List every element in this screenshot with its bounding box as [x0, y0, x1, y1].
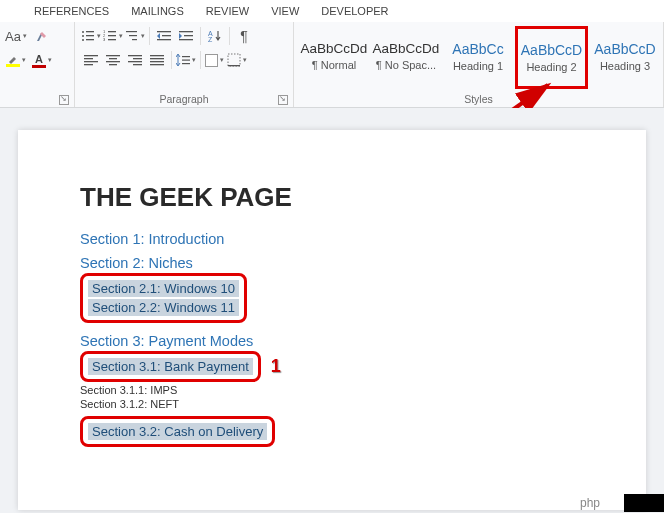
multilevel-list-button[interactable] [124, 25, 146, 47]
section-2-1[interactable]: Section 2.1: Windows 10 [88, 280, 239, 297]
tab-developer[interactable]: DEVELOPER [319, 4, 390, 18]
style-name: Heading 2 [526, 61, 576, 73]
svg-rect-38 [150, 64, 164, 65]
justify-button[interactable] [146, 49, 168, 71]
svg-rect-34 [133, 64, 142, 65]
style-heading1[interactable]: AaBbCc Heading 1 [443, 26, 513, 86]
font-dialog-launcher[interactable] [59, 95, 69, 105]
tab-references[interactable]: REFERENCES [32, 4, 111, 18]
section-3-1-1[interactable]: Section 3.1.1: IMPS [80, 384, 584, 396]
style-normal[interactable]: AaBbCcDd ¶ Normal [299, 26, 369, 86]
style-heading2[interactable]: AaBbCcD Heading 2 [515, 26, 588, 89]
styles-group-label: Styles [294, 93, 663, 107]
svg-rect-33 [128, 61, 142, 62]
styles-group: AaBbCcDd ¶ Normal AaBbCcDd ¶ No Spac... … [294, 22, 664, 107]
svg-rect-11 [108, 39, 116, 40]
svg-rect-3 [86, 35, 94, 36]
svg-rect-19 [184, 35, 193, 36]
tab-view[interactable]: VIEW [269, 4, 301, 18]
svg-text:Z: Z [208, 36, 213, 42]
numbering-button[interactable]: 123 [102, 25, 124, 47]
style-no-spacing[interactable]: AaBbCcDd ¶ No Spac... [371, 26, 441, 86]
svg-point-0 [82, 31, 84, 33]
annotation-box-1: Section 2.1: Windows 10 Section 2.2: Win… [80, 273, 247, 323]
ribbon: Aa A 123 [0, 22, 664, 108]
svg-rect-15 [157, 31, 171, 32]
svg-rect-20 [179, 39, 193, 40]
style-sample: AaBbCc [452, 41, 503, 57]
shading-button[interactable] [204, 49, 226, 71]
svg-rect-41 [182, 63, 190, 64]
change-case-label: Aa [5, 29, 21, 44]
svg-point-4 [82, 39, 84, 41]
svg-rect-24 [84, 58, 93, 59]
font-group: Aa A [0, 22, 75, 107]
svg-text:3: 3 [103, 37, 106, 42]
svg-rect-1 [86, 31, 94, 32]
svg-rect-36 [150, 58, 164, 59]
align-center-button[interactable] [102, 49, 124, 71]
paragraph-dialog-launcher[interactable] [278, 95, 288, 105]
svg-rect-32 [133, 58, 142, 59]
svg-rect-35 [150, 55, 164, 56]
document-page[interactable]: THE GEEK PAGE Section 1: Introduction Se… [18, 130, 646, 510]
watermark: php [574, 493, 664, 513]
annotation-box-3: Section 3.2: Cash on Delivery [80, 416, 275, 447]
borders-button[interactable] [226, 49, 248, 71]
style-sample: AaBbCcDd [373, 41, 440, 56]
section-3-heading[interactable]: Section 3: Payment Modes [80, 333, 253, 349]
svg-rect-14 [132, 39, 137, 40]
bullets-button[interactable] [80, 25, 102, 47]
section-3-1[interactable]: Section 3.1: Bank Payment [88, 358, 253, 375]
section-3-1-2[interactable]: Section 3.1.2: NEFT [80, 398, 584, 410]
svg-rect-5 [86, 39, 94, 40]
svg-rect-9 [108, 35, 116, 36]
highlight-icon [6, 54, 20, 67]
shading-icon [205, 54, 218, 67]
svg-rect-29 [106, 61, 120, 62]
style-name: Heading 1 [453, 60, 503, 72]
font-group-label [0, 105, 74, 107]
font-color-icon: A [32, 53, 46, 68]
text-highlight-button[interactable] [5, 49, 27, 71]
svg-rect-39 [182, 56, 190, 57]
section-2-heading[interactable]: Section 2: Niches [80, 255, 584, 271]
svg-rect-12 [126, 31, 137, 32]
sort-button[interactable]: AZ [204, 25, 226, 47]
svg-rect-16 [162, 35, 171, 36]
document-area: THE GEEK PAGE Section 1: Introduction Se… [0, 108, 664, 513]
show-hide-marks-button[interactable]: ¶ [233, 25, 255, 47]
decrease-indent-button[interactable] [153, 25, 175, 47]
align-left-button[interactable] [80, 49, 102, 71]
tab-mailings[interactable]: MAILINGS [129, 4, 186, 18]
line-spacing-button[interactable] [175, 49, 197, 71]
change-case-button[interactable]: Aa [5, 25, 27, 47]
style-name: Heading 3 [600, 60, 650, 72]
svg-rect-7 [108, 31, 116, 32]
tab-review[interactable]: REVIEW [204, 4, 251, 18]
svg-rect-42 [228, 54, 240, 66]
section-3-2[interactable]: Section 3.2: Cash on Delivery [88, 423, 267, 440]
style-name: ¶ Normal [312, 59, 356, 71]
paragraph-group: 123 AZ ¶ Paragraph [75, 22, 294, 107]
section-2-2[interactable]: Section 2.2: Windows 11 [88, 299, 239, 316]
svg-rect-13 [129, 35, 137, 36]
style-sample: AaBbCcDd [301, 41, 368, 56]
clear-formatting-button[interactable] [31, 25, 53, 47]
svg-point-2 [82, 35, 84, 37]
svg-rect-28 [109, 58, 117, 59]
svg-rect-17 [157, 39, 171, 40]
svg-rect-40 [182, 60, 190, 61]
svg-rect-18 [179, 31, 193, 32]
style-heading3[interactable]: AaBbCcD Heading 3 [590, 26, 660, 86]
section-1-heading[interactable]: Section 1: Introduction [80, 231, 584, 247]
increase-indent-button[interactable] [175, 25, 197, 47]
svg-rect-37 [150, 61, 164, 62]
svg-rect-26 [84, 64, 93, 65]
font-color-button[interactable]: A [31, 49, 53, 71]
svg-rect-31 [128, 55, 142, 56]
paragraph-group-label: Paragraph [75, 93, 293, 107]
svg-rect-43 [228, 65, 240, 66]
ribbon-tabs: REFERENCES MAILINGS REVIEW VIEW DEVELOPE… [0, 0, 664, 22]
align-right-button[interactable] [124, 49, 146, 71]
